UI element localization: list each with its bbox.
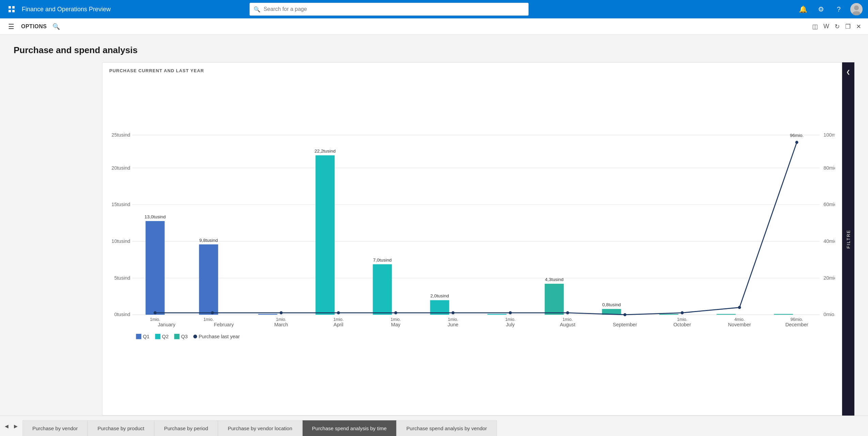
tab-purchase-spend-by-vendor[interactable]: Purchase spend analysis by vendor	[397, 420, 497, 436]
svg-text:May: May	[391, 322, 401, 327]
svg-text:2,0tusind: 2,0tusind	[430, 293, 449, 298]
settings-icon[interactable]: ⚙	[815, 3, 827, 15]
svg-text:April: April	[334, 322, 343, 327]
svg-text:1mio.: 1mio.	[333, 317, 343, 322]
bar-may-q2	[373, 264, 392, 315]
svg-text:20mio.: 20mio.	[823, 275, 835, 281]
svg-text:January: January	[158, 322, 176, 327]
line-dot	[738, 306, 741, 309]
line-dot	[451, 311, 454, 314]
line-dot	[681, 311, 684, 314]
refresh-icon[interactable]: ↻	[835, 23, 840, 30]
svg-text:October: October	[673, 322, 691, 327]
tab-nav-arrows: ◀ ▶	[0, 416, 22, 436]
legend-prev-swatch	[193, 334, 197, 338]
grid-menu-icon[interactable]	[5, 3, 18, 15]
close-icon[interactable]: ✕	[856, 23, 861, 30]
svg-text:20tusind: 20tusind	[112, 165, 130, 171]
main-content: Purchase and spend analysis PURCHASE CUR…	[0, 35, 868, 416]
svg-text:September: September	[613, 322, 637, 327]
tab-purchase-by-product[interactable]: Purchase by product	[87, 420, 154, 436]
bar-feb-q1	[199, 244, 218, 314]
filter-label: FILTRE	[846, 230, 851, 249]
svg-text:5tusind: 5tusind	[114, 275, 130, 281]
svg-text:10tusind: 10tusind	[112, 238, 130, 244]
bar-apr-q2	[316, 155, 335, 315]
options-label: OPTIONS	[21, 24, 47, 30]
notification-icon[interactable]: 🔔	[797, 3, 809, 15]
popout-icon[interactable]: ❐	[845, 23, 851, 30]
svg-text:96mio.: 96mio.	[790, 317, 803, 322]
options-right-icons: ◫ W ↻ ❐ ✕	[812, 23, 861, 30]
tab-purchase-by-period[interactable]: Purchase by period	[154, 420, 218, 436]
tab-purchase-by-vendor-location[interactable]: Purchase by vendor location	[218, 420, 302, 436]
line-dot	[795, 141, 798, 144]
search-input[interactable]	[250, 3, 529, 16]
line-dot	[394, 311, 397, 314]
line-dot	[279, 311, 283, 314]
avatar[interactable]	[850, 3, 863, 15]
svg-text:1mio.: 1mio.	[562, 317, 573, 322]
app-title: Finance and Operations Preview	[22, 6, 111, 13]
chart-svg: 0tusind 5tusind 10tusind 15tusind 20tusi…	[109, 77, 835, 400]
search-container: 🔍	[250, 3, 529, 16]
legend-q1-label: Q1	[143, 334, 149, 339]
word-icon[interactable]: W	[823, 23, 829, 30]
svg-text:25tusind: 25tusind	[112, 132, 130, 138]
svg-rect-0	[9, 6, 11, 9]
hamburger-menu-button[interactable]: ☰	[7, 21, 16, 32]
tab-scroll-right[interactable]: ▶	[12, 422, 20, 430]
grid-view-icon[interactable]: ◫	[812, 23, 818, 30]
svg-rect-3	[12, 10, 15, 12]
line-dot	[154, 311, 157, 314]
svg-text:13,0tusind: 13,0tusind	[145, 214, 166, 219]
svg-rect-1	[12, 6, 15, 9]
svg-text:1mio.: 1mio.	[677, 317, 687, 322]
svg-text:1mio.: 1mio.	[276, 317, 286, 322]
svg-text:June: June	[448, 322, 459, 327]
chart-card: PURCHASE CURRENT AND LAST YEAR 0tusind 5…	[102, 62, 842, 416]
svg-text:0tusind: 0tusind	[114, 312, 130, 317]
legend-prev-label: Purchase last year	[199, 334, 240, 339]
svg-text:1mio.: 1mio.	[448, 317, 458, 322]
bar-mar	[258, 314, 277, 315]
legend-q1-swatch	[136, 334, 142, 339]
svg-text:80mio.: 80mio.	[823, 165, 835, 171]
tab-purchase-by-vendor[interactable]: Purchase by vendor	[22, 420, 87, 436]
legend-q3-swatch	[174, 334, 180, 339]
svg-text:November: November	[728, 322, 751, 327]
help-icon[interactable]: ?	[833, 3, 845, 15]
svg-rect-2	[9, 10, 11, 12]
svg-text:March: March	[274, 322, 288, 327]
options-bar: ☰ OPTIONS 🔍 ◫ W ↻ ❐ ✕	[0, 18, 868, 35]
line-dot	[337, 311, 340, 314]
chart-area: 0tusind 5tusind 10tusind 15tusind 20tusi…	[109, 77, 835, 400]
filter-chevron-icon: ❮	[846, 69, 850, 75]
bottom-tabs: ◀ ▶ Purchase by vendor Purchase by produ…	[0, 416, 868, 436]
svg-text:July: July	[506, 322, 515, 327]
tab-scroll-left[interactable]: ◀	[3, 422, 11, 430]
line-dot	[566, 311, 569, 314]
bar-jul	[487, 314, 507, 315]
legend-q3-label: Q3	[181, 334, 188, 339]
options-search-button[interactable]: 🔍	[52, 23, 60, 30]
svg-text:1mio.: 1mio.	[505, 317, 515, 322]
page-title: Purchase and spend analysis	[14, 45, 854, 56]
bar-dec	[774, 314, 793, 315]
bar-aug-q3	[545, 284, 564, 315]
tab-purchase-spend-by-time[interactable]: Purchase spend analysis by time	[302, 420, 397, 436]
svg-text:96mio.: 96mio.	[790, 133, 804, 138]
svg-text:4,3tusind: 4,3tusind	[545, 277, 564, 282]
svg-text:February: February	[214, 322, 234, 327]
svg-text:0mio.: 0mio.	[823, 312, 835, 317]
svg-text:40mio.: 40mio.	[823, 238, 835, 244]
svg-text:60mio.: 60mio.	[823, 202, 835, 207]
svg-text:1mio.: 1mio.	[391, 317, 401, 322]
filter-panel[interactable]: ❮ FILTRE	[842, 62, 854, 416]
prev-year-line	[155, 142, 797, 315]
line-dot	[623, 313, 626, 316]
svg-text:December: December	[785, 322, 808, 327]
svg-text:7,0tusind: 7,0tusind	[373, 258, 392, 263]
svg-point-5	[854, 5, 859, 10]
legend-q2-label: Q2	[162, 334, 168, 339]
